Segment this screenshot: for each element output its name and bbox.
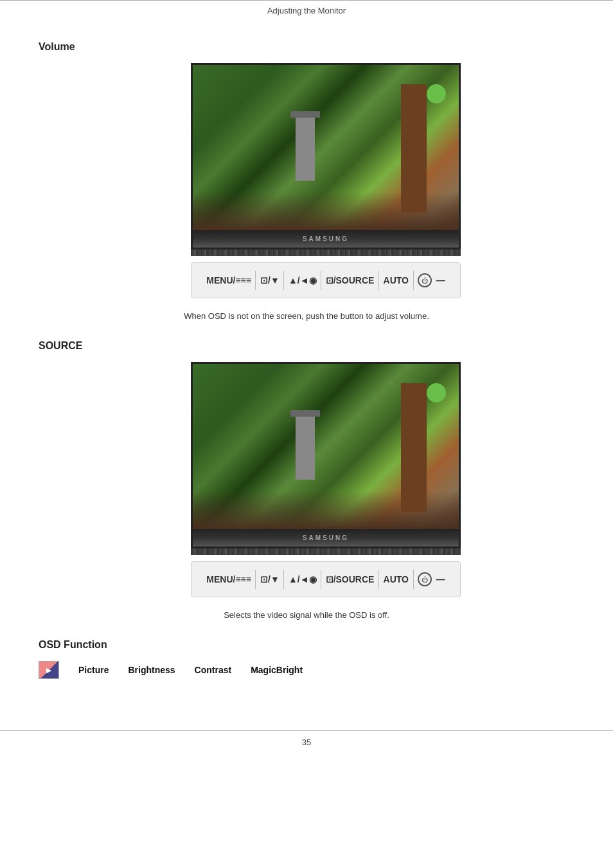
source-pagoda <box>296 415 315 480</box>
osd-picture-icon: ▶ <box>39 661 59 679</box>
page-content: Volume SAMSUNG MENU/≡≡≡ ⊡/▼ ▲/◄◉ <box>0 22 613 705</box>
source-monitor-wrapper: SAMSUNG MENU/≡≡≡ ⊡/▼ ▲/◄◉ ⊡/SOURCE AUTO <box>77 362 574 597</box>
vol-ctrl-symbol: ▲/◄◉ <box>289 275 317 285</box>
source-green-circle <box>427 383 446 402</box>
source-led-strip <box>191 548 461 555</box>
sep2 <box>283 271 284 290</box>
src-auto-ctrl-symbol: AUTO <box>384 574 409 584</box>
volume-section-title: Volume <box>39 41 574 53</box>
nav-ctrl-symbol: ⊡/▼ <box>260 275 280 285</box>
power-icon: ⏻ <box>422 277 428 284</box>
green-circle <box>427 84 446 104</box>
source-ctrl: ⊡/SOURCE <box>326 275 375 285</box>
src-menu-ctrl-symbol: MENU/≡≡≡ <box>206 574 251 584</box>
source-description: Selects the video signal while the OSD i… <box>39 610 574 620</box>
vol-ctrl: ▲/◄◉ <box>289 275 317 285</box>
src-vol-ctrl-symbol: ▲/◄◉ <box>289 574 317 584</box>
sep5 <box>413 271 414 290</box>
source-monitor-screen <box>191 362 461 529</box>
volume-samsung-logo: SAMSUNG <box>303 235 349 242</box>
volume-led-strip <box>191 249 461 256</box>
sep1 <box>255 271 256 290</box>
page-number: 35 <box>302 737 311 747</box>
volume-bezel-bottom: SAMSUNG <box>191 230 461 249</box>
src-vol-ctrl: ▲/◄◉ <box>289 574 317 584</box>
src-sep2 <box>283 570 284 589</box>
source-samsung-logo: SAMSUNG <box>303 534 349 541</box>
osd-icon-symbol: ▶ <box>46 667 51 674</box>
src-sep4 <box>378 570 379 589</box>
sep4 <box>378 271 379 290</box>
pagoda <box>296 116 315 181</box>
header-title: Adjusting the Monitor <box>267 6 346 15</box>
osd-menu-brightness: Brightness <box>128 665 175 675</box>
osd-menu-magicbright: MagicBright <box>251 665 303 675</box>
power-ctrl: ⏻ <box>418 273 432 287</box>
source-ctrl-symbol: ⊡/SOURCE <box>326 275 375 285</box>
volume-monitor-screen <box>191 63 461 230</box>
src-power-ctrl: ⏻ <box>418 572 432 586</box>
sep3 <box>321 271 321 290</box>
osd-section-title: OSD Function <box>39 639 574 651</box>
osd-menu-picture: Picture <box>78 665 109 675</box>
volume-controls-panel: MENU/≡≡≡ ⊡/▼ ▲/◄◉ ⊡/SOURCE AUTO ⏻ <box>191 262 461 298</box>
source-tree-trunk <box>401 383 427 512</box>
src-menu-ctrl: MENU/≡≡≡ <box>206 574 251 584</box>
src-nav-ctrl: ⊡/▼ <box>260 574 280 584</box>
src-nav-ctrl-symbol: ⊡/▼ <box>260 574 280 584</box>
dash-ctrl: — <box>436 275 445 285</box>
src-sep3 <box>321 570 321 589</box>
menu-ctrl: MENU/≡≡≡ <box>206 275 251 285</box>
src-source-ctrl-symbol: ⊡/SOURCE <box>326 574 375 584</box>
osd-menu-row: ▶ Picture Brightness Contrast MagicBrigh… <box>39 661 574 679</box>
auto-ctrl-symbol: AUTO <box>384 275 409 285</box>
src-sep5 <box>413 570 414 589</box>
dash-ctrl-symbol: — <box>436 275 445 285</box>
src-dash-ctrl-symbol: — <box>436 574 445 584</box>
auto-ctrl: AUTO <box>384 275 409 285</box>
src-auto-ctrl: AUTO <box>384 574 409 584</box>
src-dash-ctrl: — <box>436 574 445 584</box>
page-header: Adjusting the Monitor <box>0 0 613 22</box>
menu-ctrl-symbol: MENU/≡≡≡ <box>206 275 251 285</box>
tree-trunk <box>401 84 427 213</box>
volume-monitor-wrapper: SAMSUNG MENU/≡≡≡ ⊡/▼ ▲/◄◉ ⊡/SOURCE AUTO <box>77 63 574 298</box>
src-source-ctrl: ⊡/SOURCE <box>326 574 375 584</box>
src-power-icon: ⏻ <box>422 576 428 583</box>
source-section-title: SOURCE <box>39 340 574 352</box>
source-bezel-bottom: SAMSUNG <box>191 529 461 548</box>
nav-ctrl: ⊡/▼ <box>260 275 280 285</box>
src-sep1 <box>255 570 256 589</box>
osd-menu-contrast: Contrast <box>195 665 232 675</box>
osd-section: OSD Function ▶ Picture Brightness Contra… <box>39 639 574 679</box>
page-footer: 35 <box>0 730 613 754</box>
volume-description: When OSD is not on the screen, push the … <box>39 311 574 321</box>
source-controls-panel: MENU/≡≡≡ ⊡/▼ ▲/◄◉ ⊡/SOURCE AUTO ⏻ <box>191 561 461 597</box>
